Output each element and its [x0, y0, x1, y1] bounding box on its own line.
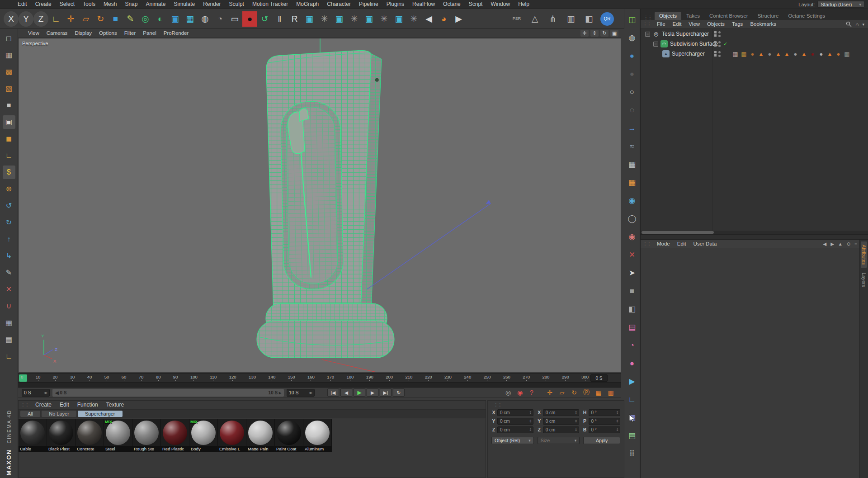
record-parameter-button[interactable]: Ⓟ	[581, 388, 591, 397]
position-field[interactable]: 0 cm ⇕	[497, 426, 533, 433]
tweak-mode-icon[interactable]: ↻	[3, 216, 15, 229]
mirror-tool-icon[interactable]: ◧	[582, 12, 596, 26]
sphere-primitive-icon[interactable]: ◐	[153, 11, 168, 27]
autokeying-button[interactable]: ?	[527, 388, 537, 397]
play-button[interactable]: ▶	[354, 388, 365, 397]
menu-item[interactable]: Create	[31, 0, 56, 9]
apply-button[interactable]: Apply	[583, 437, 620, 444]
visibility-dots[interactable]	[718, 41, 721, 47]
spinner-arrows-icon[interactable]: ⇕	[575, 411, 578, 415]
object-mode-icon[interactable]: ▣	[3, 115, 15, 129]
texture-tag[interactable]: ▲	[800, 51, 808, 57]
size-field[interactable]: 0 cm ⇕	[543, 426, 579, 433]
cloner-icon[interactable]: ◎	[138, 11, 153, 27]
layout-dropdown[interactable]: Startup (User) ▾	[817, 1, 864, 8]
notes-icon[interactable]: ▤	[3, 333, 15, 346]
size-mode-dropdown[interactable]: Size▾	[538, 437, 580, 444]
pink-disc-icon[interactable]: ◔	[625, 338, 639, 352]
texture-tag[interactable]: ●	[817, 51, 826, 57]
position-field[interactable]: 0 cm ⇕	[497, 418, 533, 425]
brush-grid-icon[interactable]: ▦	[3, 316, 15, 330]
axis-mode-icon[interactable]: ⊕	[3, 182, 15, 196]
spinner-arrows-icon[interactable]: ◂▸	[309, 391, 312, 395]
simulation-gear-icon[interactable]: ✳	[347, 11, 362, 27]
red-wire-sphere-icon[interactable]: ◉	[625, 230, 639, 243]
coordinate-mode-dropdown[interactable]: Object (Rel)▾	[491, 437, 534, 444]
gray-cube-icon[interactable]: ■	[625, 284, 639, 298]
menu-item[interactable]: Sculpt	[225, 0, 248, 9]
globe-icon[interactable]: ◉	[625, 194, 639, 207]
snap-corner-icon[interactable]: ∟	[3, 350, 15, 363]
rotate-tool-icon[interactable]: ↻	[93, 11, 108, 27]
path-arrow-icon[interactable]: →	[625, 121, 639, 135]
viewport-menu-item[interactable]: Options	[95, 29, 121, 38]
material-thumbnail[interactable]: Concrete	[75, 419, 104, 452]
orange-tile-icon[interactable]: ▦	[625, 175, 639, 189]
layer-tag-icon[interactable]	[714, 41, 717, 47]
ik-triangle-icon[interactable]: △	[528, 12, 542, 26]
scene-object-icon[interactable]: ▣	[302, 11, 317, 27]
spinner-arrows-icon[interactable]: ⇕	[575, 419, 578, 423]
tab-content-browser[interactable]: Content Browser	[705, 12, 753, 20]
timeline-ruler[interactable]: 0 10 20 30 40 50 60 70 80 90 100 11	[18, 373, 621, 383]
attribute-menu-item[interactable]: Edit	[674, 240, 690, 248]
rotation-field[interactable]: 0 ° ⇕	[589, 409, 620, 416]
texture-checker-icon[interactable]: ▦	[3, 48, 15, 62]
tab-takes[interactable]: Takes	[682, 12, 704, 20]
record-keyframe-button[interactable]: ◉	[515, 388, 525, 397]
spline-pen-icon[interactable]: ✎	[123, 11, 138, 27]
texture-tag[interactable]: ▦	[843, 51, 851, 57]
octane-render-icon[interactable]: ↺	[257, 11, 272, 27]
field-object-icon[interactable]: ▣	[392, 11, 406, 27]
viewport-menu-item[interactable]: ProRender	[160, 29, 193, 38]
texture-tag[interactable]: ▦	[731, 51, 740, 57]
side-tab-layers[interactable]: Layers	[861, 270, 867, 290]
magnet-tool-icon[interactable]: ∪	[3, 299, 15, 313]
record-rotation-button[interactable]: ↻	[569, 388, 579, 397]
viewport-menu-item[interactable]: Cameras	[43, 29, 71, 38]
object-manager-menu-item[interactable]: View	[685, 20, 703, 28]
end-frame-field[interactable]: 10 S ◂▸	[287, 389, 315, 397]
model-mode-icon[interactable]: ■	[3, 99, 15, 112]
wire-ball-icon[interactable]: ◌	[625, 103, 639, 117]
time-unit-box[interactable]: 0 S	[590, 374, 608, 382]
panel-splitter[interactable]	[641, 234, 868, 240]
menu-item[interactable]: Motion Tracker	[248, 0, 292, 9]
goto-start-button[interactable]: |◀	[327, 388, 339, 397]
render-view-icon[interactable]: ◍	[198, 11, 212, 27]
glass-sphere-icon[interactable]: ○	[625, 85, 639, 99]
move-tool-icon[interactable]: ✛	[63, 11, 78, 27]
attribute-menu-item[interactable]: Mode	[653, 240, 674, 248]
cube-array-icon[interactable]: ▣	[168, 11, 183, 27]
texture-tag[interactable]: ▲	[774, 51, 783, 57]
size-field[interactable]: 0 cm ⇕	[543, 409, 579, 416]
history-forward-icon[interactable]: ▶	[830, 241, 834, 246]
render-region-icon[interactable]: ◔	[212, 11, 227, 27]
ring-icon[interactable]: ◯	[625, 212, 639, 225]
texture-tag[interactable]: ●	[748, 51, 757, 57]
spinner-arrows-icon[interactable]: ⇕	[616, 411, 619, 415]
workplane-icon[interactable]: ∟	[48, 11, 63, 27]
material-thumbnail[interactable]: Rough Ste	[132, 419, 161, 452]
tab-octane-settings[interactable]: Octane Settings	[783, 12, 830, 20]
previous-layout-icon[interactable]: ◀	[421, 11, 436, 27]
texture-tag[interactable]: ●	[791, 51, 800, 57]
layer-tag-icon[interactable]	[714, 31, 717, 37]
grid-b-icon[interactable]: ▤	[625, 429, 639, 442]
selection-frame-icon[interactable]: ◻	[3, 32, 15, 45]
play-scene-icon[interactable]: ▶	[625, 374, 639, 388]
spinner-arrows-icon[interactable]: ⇕	[616, 428, 619, 432]
filter-icon[interactable]: ▾	[862, 22, 864, 27]
loop-playback-button[interactable]: ↻	[393, 388, 405, 397]
history-back-icon[interactable]: ◀	[823, 241, 826, 246]
layer-tab-supercharger[interactable]: Supercharger	[78, 411, 123, 417]
next-layout-icon[interactable]: ▶	[451, 11, 466, 27]
object-manager-menu-item[interactable]: Edit	[669, 20, 685, 28]
object-row-tesla-supercharger[interactable]: − ◎ Tesla Supercharger	[641, 29, 868, 39]
tab-structure[interactable]: Structure	[753, 12, 783, 20]
material-thumbnail[interactable]: Red Plastic	[161, 419, 189, 452]
menu-item[interactable]: Select	[56, 0, 79, 9]
realflow-icon[interactable]: R	[287, 11, 302, 27]
lock-icon[interactable]: ⊙	[847, 241, 850, 246]
pause-icon[interactable]: ‖	[272, 11, 287, 27]
